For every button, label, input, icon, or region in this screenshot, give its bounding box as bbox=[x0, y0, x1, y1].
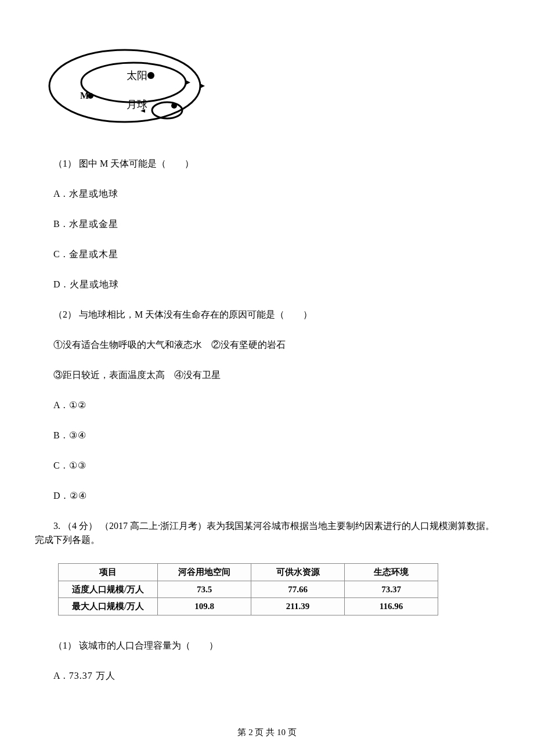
q3-sub1-prompt: （1） 该城市的人口合理容量为（ ） bbox=[35, 639, 499, 653]
svg-marker-3 bbox=[186, 80, 190, 85]
m-label: M bbox=[80, 91, 89, 100]
svg-point-4 bbox=[147, 72, 154, 79]
orbit-diagram: 太阳 M 月球 bbox=[41, 41, 499, 134]
q2-sub2-option-c: C . ①③ bbox=[35, 459, 499, 473]
row2-v1: 109.8 bbox=[158, 598, 251, 615]
th-eco: 生态环境 bbox=[345, 564, 438, 581]
row1-v2: 77.66 bbox=[251, 581, 345, 598]
q2-sub2-option-d: D . ②④ bbox=[35, 489, 499, 503]
svg-point-8 bbox=[171, 103, 177, 109]
row1-v1: 73.5 bbox=[158, 581, 251, 598]
page: 太阳 M 月球 （1） 图中 M 天体可能是（ ） A . 水星或地球 B . … bbox=[0, 0, 534, 756]
data-table: 项目 河谷用地空间 可供水资源 生态环境 适度人口规模/万人 73.5 77.6… bbox=[58, 563, 438, 615]
row2-label: 最大人口规模/万人 bbox=[59, 598, 158, 615]
sun-label: 太阳 bbox=[127, 70, 147, 81]
th-land: 河谷用地空间 bbox=[158, 564, 251, 581]
q2-sub1-option-d: D . 火星或地球 bbox=[35, 278, 499, 291]
row2-v2: 211.39 bbox=[251, 598, 345, 615]
svg-point-0 bbox=[49, 50, 200, 122]
svg-point-2 bbox=[81, 63, 186, 102]
q3-lead: 3. （4 分） （2017 高二上·浙江月考）表为我国某河谷城市根据当地主要制… bbox=[35, 519, 499, 547]
th-item: 项目 bbox=[59, 564, 158, 581]
q2-sub1-prompt: （1） 图中 M 天体可能是（ ） bbox=[35, 157, 499, 171]
q2-sub1-option-c: C . 金星或木星 bbox=[35, 247, 499, 261]
q2-sub1-option-a: A . 水星或地球 bbox=[35, 187, 499, 201]
moon-label: 月球 bbox=[127, 99, 147, 110]
q3-sub1-option-a: A . 73.37 万人 bbox=[35, 669, 499, 683]
q2-sub2-conditions-1: ①没有适合生物呼吸的大气和液态水 ②没有坚硬的岩石 bbox=[35, 338, 499, 352]
row1-label: 适度人口规模/万人 bbox=[59, 581, 158, 598]
q2-sub2-conditions-2: ③距日较近，表面温度太高 ④没有卫星 bbox=[35, 368, 499, 382]
svg-marker-1 bbox=[200, 84, 205, 88]
table-row: 最大人口规模/万人 109.8 211.39 116.96 bbox=[59, 598, 438, 615]
page-footer: 第 2 页 共 10 页 bbox=[35, 726, 499, 739]
q2-sub1-option-b: B . 水星或金星 bbox=[35, 217, 499, 231]
table-header-row: 项目 河谷用地空间 可供水资源 生态环境 bbox=[59, 564, 438, 581]
row1-v3: 73.37 bbox=[345, 581, 438, 598]
orbit-svg: 太阳 M 月球 bbox=[41, 41, 209, 134]
q2-sub2-option-a: A . ①② bbox=[35, 398, 499, 412]
q2-sub2-option-b: B . ③④ bbox=[35, 429, 499, 442]
population-table: 项目 河谷用地空间 可供水资源 生态环境 适度人口规模/万人 73.5 77.6… bbox=[58, 563, 499, 615]
th-water: 可供水资源 bbox=[251, 564, 345, 581]
row2-v3: 116.96 bbox=[345, 598, 438, 615]
q2-sub2-prompt: （2） 与地球相比，M 天体没有生命存在的原因可能是（ ） bbox=[35, 308, 499, 322]
table-row: 适度人口规模/万人 73.5 77.66 73.37 bbox=[59, 581, 438, 598]
